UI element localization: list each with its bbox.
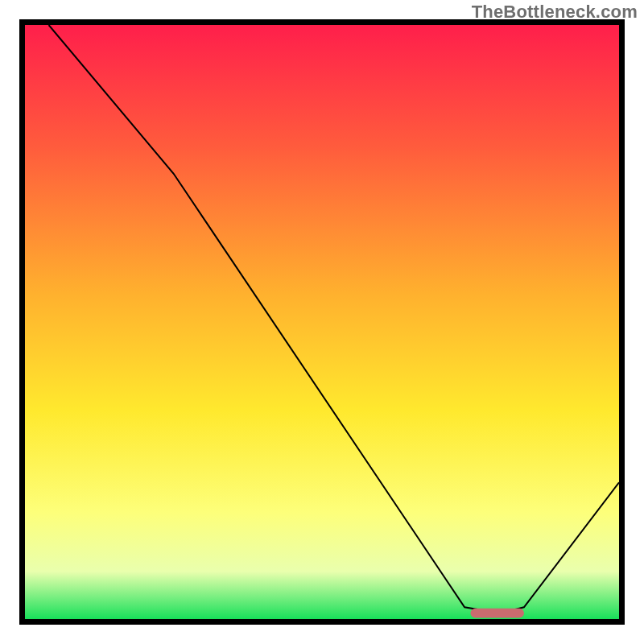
- gradient-background: [25, 25, 619, 619]
- target-range-marker: [471, 609, 524, 618]
- chart-frame: TheBottleneck.com: [0, 0, 644, 644]
- bottleneck-chart: [25, 25, 619, 619]
